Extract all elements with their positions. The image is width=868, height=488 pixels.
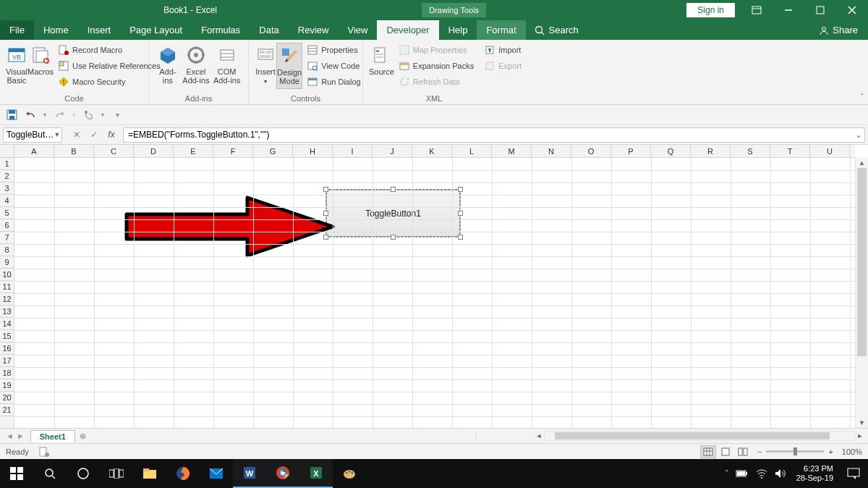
column-header[interactable]: J	[373, 145, 412, 157]
column-header[interactable]: B	[54, 145, 94, 157]
page-layout-view-button[interactable]	[718, 445, 733, 458]
tab-formulas[interactable]: Formulas	[192, 20, 250, 40]
macros-button[interactable]: Macros	[27, 43, 54, 89]
column-headers[interactable]: ABCDEFGHIJKLMNOPQRSTU	[14, 145, 855, 158]
resize-handle[interactable]	[458, 211, 463, 216]
refresh-data-button[interactable]: Refresh Data	[396, 75, 477, 89]
view-code-button[interactable]: View Code	[304, 59, 363, 73]
use-relative-references-button[interactable]: Use Relative References	[55, 59, 163, 73]
select-all-corner[interactable]	[0, 145, 14, 158]
column-header[interactable]: G	[253, 145, 293, 157]
column-header[interactable]: M	[492, 145, 532, 157]
volume-icon[interactable]	[775, 468, 786, 479]
scrollbar-thumb[interactable]	[555, 432, 830, 439]
row-header[interactable]: 10	[0, 269, 14, 281]
column-header[interactable]: K	[412, 145, 452, 157]
tab-review[interactable]: Review	[289, 20, 339, 40]
tab-insert[interactable]: Insert	[78, 20, 121, 40]
column-header[interactable]: Q	[651, 145, 691, 157]
name-box[interactable]: ToggleBut… ▼	[3, 127, 62, 143]
system-tray[interactable]: ˆ	[721, 468, 791, 479]
design-mode-button[interactable]: Design Mode	[276, 43, 302, 89]
mail-icon[interactable]	[200, 459, 233, 488]
tab-page-layout[interactable]: Page Layout	[120, 20, 192, 40]
tab-data[interactable]: Data	[250, 20, 288, 40]
row-header[interactable]: 19	[0, 379, 14, 392]
cancel-edit-button[interactable]: ✕	[68, 127, 85, 143]
row-header[interactable]: 21	[0, 404, 14, 416]
resize-handle[interactable]	[458, 235, 463, 240]
signin-button[interactable]: Sign in	[686, 3, 735, 17]
embedded-object-selection[interactable]: ToggleButton1	[326, 190, 460, 237]
column-header[interactable]: U	[810, 145, 850, 157]
new-sheet-button[interactable]: ⊕	[75, 432, 91, 441]
worksheet-grid[interactable]: ABCDEFGHIJKLMNOPQRSTU 123456789101112131…	[0, 145, 868, 428]
file-explorer-icon[interactable]	[133, 459, 166, 488]
addins-button[interactable]: Add- ins	[155, 43, 181, 85]
column-header[interactable]: E	[174, 145, 213, 157]
horizontal-scrollbar[interactable]: ◄ ►	[484, 431, 868, 441]
row-header[interactable]: 11	[0, 281, 14, 293]
ribbon-display-options[interactable]	[741, 0, 773, 20]
excel-icon[interactable]: X	[299, 459, 333, 488]
firefox-icon[interactable]	[166, 459, 200, 488]
record-macro-button[interactable]: Record Macro	[55, 43, 163, 57]
taskbar-clock[interactable]: 6:23 PM 28-Sep-19	[791, 464, 839, 483]
column-header[interactable]: F	[213, 145, 253, 157]
excel-addins-button[interactable]: Excel Add-ins	[181, 43, 212, 85]
row-header[interactable]: 16	[0, 342, 14, 355]
row-header[interactable]: 8	[0, 244, 14, 256]
visual-basic-button[interactable]: VB Visual Basic	[6, 43, 27, 89]
resize-handle[interactable]	[391, 187, 396, 192]
insert-function-button[interactable]: fx	[103, 127, 120, 143]
action-center-icon[interactable]	[839, 459, 868, 488]
tray-chevron-icon[interactable]: ˆ	[726, 469, 728, 478]
cells-area[interactable]: ToggleButton1	[14, 158, 855, 428]
run-dialog-button[interactable]: Run Dialog	[304, 75, 363, 89]
row-header[interactable]: 13	[0, 306, 14, 318]
start-button[interactable]	[0, 459, 33, 488]
page-break-view-button[interactable]	[735, 445, 751, 458]
column-header[interactable]: P	[611, 145, 651, 157]
maximize-button[interactable]	[804, 0, 836, 20]
column-header[interactable]: O	[571, 145, 611, 157]
chevron-down-icon[interactable]: ▼	[54, 131, 60, 138]
collapse-ribbon-button[interactable]: ˆ	[861, 93, 864, 101]
battery-icon[interactable]	[736, 469, 749, 478]
xml-export-button[interactable]: Export	[481, 59, 524, 73]
row-header[interactable]: 18	[0, 367, 14, 379]
chrome-icon[interactable]	[266, 459, 299, 488]
confirm-edit-button[interactable]: ✓	[85, 127, 103, 143]
column-header[interactable]: C	[94, 145, 134, 157]
column-header[interactable]: S	[731, 145, 770, 157]
row-header[interactable]: 15	[0, 330, 14, 342]
taskbar-search[interactable]	[33, 459, 67, 488]
scroll-down-icon[interactable]: ▼	[856, 418, 868, 428]
expand-formula-bar[interactable]: ⌄	[852, 127, 865, 143]
tab-developer[interactable]: Developer	[377, 20, 438, 40]
close-button[interactable]	[836, 0, 868, 20]
insert-control-button[interactable]: Insert▾	[255, 43, 276, 89]
vertical-scrollbar[interactable]: ▲ ▼	[855, 158, 868, 428]
tab-help[interactable]: Help	[439, 20, 477, 40]
tab-view[interactable]: View	[338, 20, 377, 40]
row-header[interactable]: 20	[0, 392, 14, 404]
row-header[interactable]: 7	[0, 232, 14, 244]
expansion-packs-button[interactable]: Expansion Packs	[396, 59, 477, 73]
sheet-tab[interactable]: Sheet1	[30, 430, 75, 442]
task-view-button[interactable]	[100, 459, 133, 488]
save-icon[interactable]	[6, 109, 17, 121]
formula-input[interactable]: =EMBED("Forms.ToggleButton.1","")	[123, 127, 852, 143]
share-button[interactable]: Share	[809, 20, 868, 40]
row-header[interactable]: 3	[0, 182, 14, 195]
touch-mode-icon[interactable]	[82, 109, 94, 121]
paint-icon[interactable]	[333, 459, 366, 488]
tab-format[interactable]: Format	[477, 20, 525, 40]
row-header[interactable]: 5	[0, 207, 14, 219]
row-header[interactable]: 12	[0, 293, 14, 306]
map-properties-button[interactable]: Map Properties	[396, 43, 477, 57]
row-headers[interactable]: 123456789101112131415161718192021	[0, 158, 14, 428]
row-header[interactable]: 4	[0, 195, 14, 207]
xml-source-button[interactable]: Source	[369, 43, 394, 89]
xml-import-button[interactable]: Import	[481, 43, 524, 57]
